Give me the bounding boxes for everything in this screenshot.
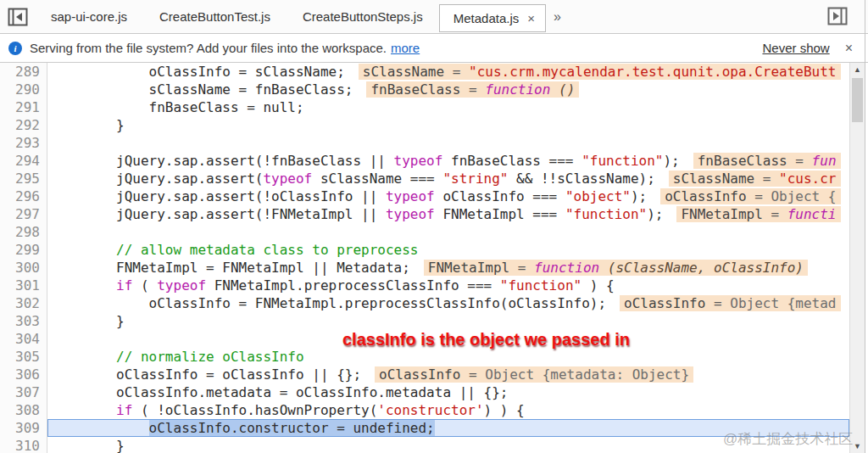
code-editor[interactable]: 289 oClassInfo = sClassName;sClassName =… (0, 63, 849, 453)
code-line[interactable]: 295 jQuery.sap.assert(typeof sClassName … (0, 170, 849, 187)
line-number[interactable]: 310 (0, 437, 47, 453)
code-line[interactable]: 296 jQuery.sap.assert(!oClassInfo || typ… (0, 187, 849, 205)
scroll-up-arrow-icon[interactable]: ▲ (850, 63, 865, 76)
code-text[interactable]: // allow metadata class to preprocess (47, 241, 849, 259)
inline-eval-widget: oClassInfo = Object {metadata: Object} (375, 366, 693, 383)
widget-token: fun (812, 153, 837, 169)
line-number[interactable]: 306 (0, 366, 47, 383)
line-number[interactable]: 297 (0, 205, 47, 223)
code-text[interactable]: jQuery.sap.assert(!FNMetaImpl || typeof … (47, 205, 849, 223)
code-line[interactable]: 303 } (0, 312, 849, 330)
code-token: jQuery.sap.assert( (51, 171, 263, 187)
widget-token: (sClassName, oClassInfo) (599, 260, 804, 276)
tab-metadata-active[interactable]: Metadata.js × (439, 4, 546, 32)
code-text[interactable]: if ( !oClassInfo.hasOwnProperty('constru… (47, 401, 849, 419)
line-number[interactable]: 294 (0, 152, 47, 170)
more-link[interactable]: more (391, 41, 420, 55)
code-line[interactable]: 308 if ( !oClassInfo.hasOwnProperty('con… (0, 401, 849, 419)
line-number[interactable]: 305 (0, 348, 47, 366)
line-number[interactable]: 307 (0, 383, 47, 401)
code-line[interactable]: 291 fnBaseClass = null; (0, 98, 849, 116)
code-token: "function" (581, 153, 663, 169)
code-line[interactable]: 289 oClassInfo = sClassName;sClassName =… (0, 63, 849, 81)
line-number[interactable]: 296 (0, 187, 47, 205)
code-line[interactable]: 298 (0, 223, 849, 241)
show-debugger-panel-icon[interactable] (827, 7, 848, 29)
line-number[interactable]: 289 (0, 63, 47, 81)
line-number[interactable]: 291 (0, 98, 47, 116)
code-text[interactable]: FNMetaImpl = FNMetaImpl || Metadata;FNMe… (47, 259, 849, 277)
code-text[interactable]: oClassInfo = sClassName;sClassName = "cu… (47, 63, 849, 81)
widget-token: FNMetaImpl (428, 260, 509, 276)
code-text[interactable] (47, 134, 849, 152)
inline-eval-widget: fnBaseClass = function () (366, 81, 579, 98)
widget-token: "cus.cr (779, 171, 836, 187)
code-text[interactable]: // normalize oClassInfo (47, 348, 849, 366)
code-text[interactable]: jQuery.sap.assert(!fnBaseClass || typeof… (47, 152, 849, 170)
line-number[interactable]: 301 (0, 277, 47, 294)
line-number[interactable]: 293 (0, 134, 47, 152)
infobar-close-icon[interactable]: × (845, 41, 853, 56)
tab-createbuttonsteps[interactable]: CreateButtonSteps.js (287, 0, 439, 33)
code-line[interactable]: 309 oClassInfo.constructor = undefined; (0, 419, 849, 437)
code-line[interactable]: 310 } (0, 437, 849, 453)
inline-eval-widget: oClassInfo = Object {metad (620, 295, 840, 311)
line-number[interactable]: 302 (0, 294, 47, 312)
code-text[interactable]: oClassInfo.metadata = oClassInfo.metadat… (47, 383, 849, 401)
code-line[interactable]: 297 jQuery.sap.assert(!FNMetaImpl || typ… (0, 205, 849, 223)
info-icon: i (8, 42, 22, 55)
code-line[interactable]: 299 // allow metadata class to preproces… (0, 241, 849, 259)
line-number[interactable]: 308 (0, 401, 47, 419)
code-text[interactable]: sClassName = fnBaseClass;fnBaseClass = f… (47, 81, 849, 98)
line-number[interactable]: 290 (0, 81, 47, 98)
scrollbar-thumb[interactable] (852, 78, 863, 122)
code-text[interactable]: } (47, 116, 849, 134)
code-token: jQuery.sap.assert(!FNMetaImpl || (51, 206, 386, 222)
line-number[interactable]: 292 (0, 116, 47, 134)
code-token: oClassInfo.metadata = oClassInfo.metadat… (51, 384, 508, 400)
code-text[interactable]: fnBaseClass = null; (47, 98, 849, 116)
tab-label: CreateButtonTest.js (159, 9, 270, 24)
code-line[interactable]: 307 oClassInfo.metadata = oClassInfo.met… (0, 383, 849, 401)
code-token: typeof (263, 171, 312, 187)
code-line[interactable]: 306 oClassInfo = oClassInfo || {};oClass… (0, 366, 849, 383)
line-number[interactable]: 295 (0, 170, 47, 187)
code-token: typeof (157, 277, 206, 294)
code-text[interactable]: jQuery.sap.assert(typeof sClassName === … (47, 170, 849, 187)
code-line[interactable]: 305 // normalize oClassInfo (0, 348, 849, 366)
tab-label: sap-ui-core.js (51, 9, 127, 24)
info-message: Serving from the file system? Add your f… (30, 41, 387, 55)
code-text[interactable]: if ( typeof FNMetaImpl.preprocessClassIn… (47, 277, 849, 294)
code-token: // allow metadata class to preprocess (51, 242, 418, 258)
code-token: FNMetaImpl.preprocessClassInfo === (206, 277, 500, 294)
line-number[interactable]: 304 (0, 330, 47, 348)
vertical-scrollbar[interactable]: ▲ ▼ (849, 63, 865, 453)
code-line[interactable]: 301 if ( typeof FNMetaImpl.preprocessCla… (0, 277, 849, 294)
line-number[interactable]: 300 (0, 259, 47, 277)
code-line[interactable]: 292 } (0, 116, 849, 134)
code-text[interactable]: oClassInfo = oClassInfo || {};oClassInfo… (47, 366, 849, 383)
tab-sap-ui-core[interactable]: sap-ui-core.js (35, 0, 143, 33)
code-token: "function" (500, 277, 581, 294)
code-text[interactable] (47, 223, 849, 241)
tab-overflow-chevron-icon[interactable]: » (546, 9, 569, 25)
line-number[interactable]: 303 (0, 312, 47, 330)
tab-close-icon[interactable]: × (527, 12, 535, 25)
code-line[interactable]: 293 (0, 134, 849, 152)
line-number[interactable]: 298 (0, 223, 47, 241)
code-line[interactable]: 290 sClassName = fnBaseClass;fnBaseClass… (0, 81, 849, 98)
code-token: && !!sClassName); (508, 171, 654, 187)
line-number[interactable]: 299 (0, 241, 47, 259)
code-text[interactable]: } (47, 312, 849, 330)
code-text[interactable]: oClassInfo = FNMetaImpl.preprocessClassI… (47, 294, 849, 312)
code-line[interactable]: 302 oClassInfo = FNMetaImpl.preprocessCl… (0, 294, 849, 312)
line-number[interactable]: 309 (0, 419, 47, 437)
code-line[interactable]: 294 jQuery.sap.assert(!fnBaseClass || ty… (0, 152, 849, 170)
tab-createbuttontest[interactable]: CreateButtonTest.js (143, 0, 287, 33)
never-show-link[interactable]: Never show (762, 41, 829, 55)
workspace-info-bar: i Serving from the file system? Add your… (0, 34, 868, 63)
show-navigator-icon[interactable] (8, 8, 28, 26)
code-token: } (51, 438, 125, 453)
code-line[interactable]: 300 FNMetaImpl = FNMetaImpl || Metadata;… (0, 259, 849, 277)
code-text[interactable]: jQuery.sap.assert(!oClassInfo || typeof … (47, 187, 849, 205)
